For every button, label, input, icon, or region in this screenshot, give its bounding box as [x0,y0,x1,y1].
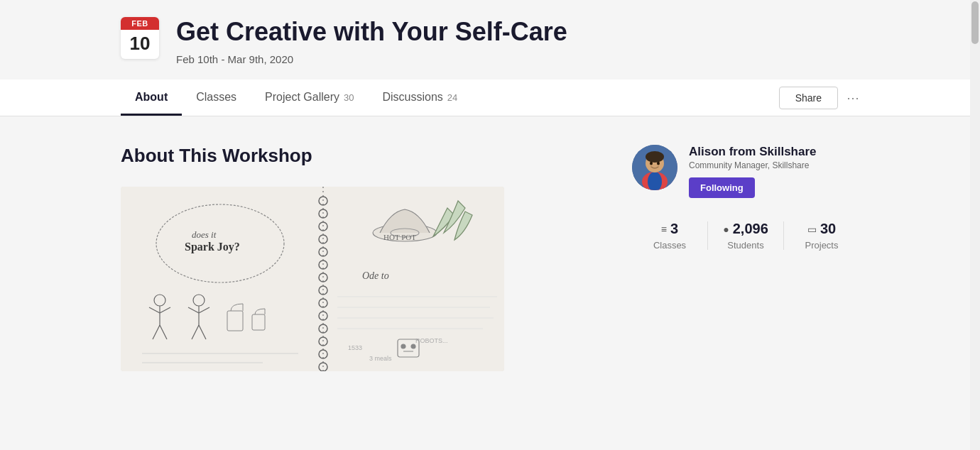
stat-projects-value: 30 [820,221,836,237]
tab-about[interactable]: About [121,79,182,116]
calendar-badge: FEB 10 [121,17,159,59]
svg-point-55 [650,162,653,165]
calendar-month: FEB [121,17,159,30]
author-card: Alison from Skillshare Community Manager… [632,145,859,198]
students-icon: ● [723,224,729,235]
tab-discussions[interactable]: Discussions 24 [369,79,472,116]
following-button[interactable]: Following [689,177,755,198]
stat-projects-header: ▭ 30 [784,221,859,237]
header-section: FEB 10 Get Creative with Your Self-Care … [0,0,980,79]
tab-classes[interactable]: Classes [182,79,251,116]
main-content: About This Workshop [0,116,980,400]
svg-text:ROBOTS...: ROBOTS... [415,337,448,344]
author-role: Community Manager, Skillshare [689,160,859,170]
page-wrapper: FEB 10 Get Creative with Your Self-Care … [0,0,980,400]
sketch-illustration: does it Spark Joy? [121,187,504,371]
avatar [632,145,677,190]
stat-students-value: 2,096 [733,221,768,237]
classes-icon: ≡ [661,224,667,235]
tab-discussions-badge: 24 [447,92,457,103]
header-text: Get Creative with Your Self-Care Feb 10t… [176,17,859,65]
svg-point-54 [646,151,664,163]
workshop-image: does it Spark Joy? [121,187,504,371]
calendar-day: 10 [123,30,158,59]
left-column: About This Workshop [121,145,589,371]
scrollbar[interactable] [970,0,980,400]
author-info: Alison from Skillshare Community Manager… [689,145,859,198]
svg-text:1533: 1533 [348,344,362,351]
nav-tabs-right: Share ⋯ [779,87,859,109]
svg-point-44 [401,344,405,349]
tab-project-gallery[interactable]: Project Gallery 30 [251,79,368,116]
svg-point-45 [411,344,415,349]
stat-classes-header: ≡ 3 [632,221,707,237]
stat-projects: ▭ 30 Projects [784,221,859,251]
nav-tabs: About Classes Project Gallery 30 Discuss… [0,79,980,116]
share-button[interactable]: Share [779,87,838,109]
stat-classes-value: 3 [670,221,678,237]
tab-project-gallery-badge: 30 [344,92,354,103]
stat-projects-label: Projects [784,240,859,251]
tab-classes-label: Classes [196,91,236,104]
svg-text:does it: does it [192,229,217,240]
author-name: Alison from Skillshare [689,145,859,159]
svg-text:Ode to: Ode to [362,270,389,281]
stat-classes: ≡ 3 Classes [632,221,707,251]
scrollbar-thumb[interactable] [971,1,979,44]
stat-students: ● 2,096 Students [708,221,783,251]
date-range: Feb 10th - Mar 9th, 2020 [176,53,859,65]
stats-row: ≡ 3 Classes ● 2,096 Students [632,221,859,251]
tab-project-gallery-label: Project Gallery [265,91,339,104]
svg-text:Spark Joy?: Spark Joy? [185,241,240,253]
more-options-icon[interactable]: ⋯ [846,90,859,106]
tab-discussions-label: Discussions [383,91,443,104]
stat-classes-label: Classes [632,240,707,251]
svg-point-56 [657,162,660,165]
tab-about-label: About [135,91,168,104]
right-column: Alison from Skillshare Community Manager… [632,145,859,251]
svg-text:HOT POT: HOT POT [383,233,416,241]
projects-icon: ▭ [807,224,817,235]
stat-students-label: Students [708,240,783,251]
nav-tabs-left: About Classes Project Gallery 30 Discuss… [121,79,779,116]
section-title: About This Workshop [121,145,589,167]
stat-students-header: ● 2,096 [708,221,783,237]
page-title: Get Creative with Your Self-Care [176,17,859,46]
svg-text:3 meals: 3 meals [369,355,392,362]
